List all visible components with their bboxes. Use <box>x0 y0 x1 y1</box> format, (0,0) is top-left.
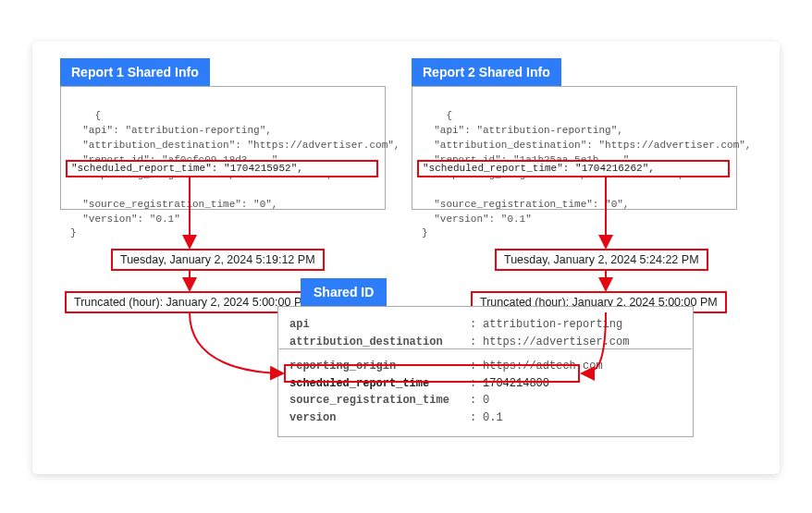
shared-val: attribution-reporting <box>483 316 682 334</box>
report1-json-post: "source_registration_time": "0", "versio… <box>70 199 277 239</box>
report1-scheduled-time-highlight: "scheduled_report_time": "1704215952", <box>66 160 378 177</box>
shared-key: api <box>289 316 470 334</box>
shared-id-header: Shared ID <box>301 278 387 306</box>
shared-scheduled-time-highlight <box>284 364 580 383</box>
shared-val: 0 <box>483 392 682 409</box>
shared-key: version <box>289 409 470 427</box>
report2-json-box: { "api": "attribution-reporting", "attri… <box>412 86 737 210</box>
report2-scheduled-time-highlight: "scheduled_report_time": "1704216262", <box>417 160 730 177</box>
colon: : <box>470 392 483 409</box>
shared-val: 0.1 <box>483 409 682 427</box>
colon: : <box>470 409 483 427</box>
report2-json-post: "source_registration_time": "0", "versio… <box>422 199 629 239</box>
shared-row-version: version:0.1 <box>289 409 682 427</box>
report1-datetime: Tuesday, January 2, 2024 5:19:12 PM <box>111 249 325 271</box>
shared-key: source_registration_time <box>289 392 470 409</box>
shared-divider <box>279 348 692 349</box>
report1-header: Report 1 Shared Info <box>60 58 210 86</box>
report1-json-box: { "api": "attribution-reporting", "attri… <box>60 86 386 210</box>
diagram-canvas: Report 1 Shared Info { "api": "attributi… <box>32 42 780 474</box>
shared-row-source_registration_time: source_registration_time:0 <box>289 392 682 409</box>
report2-datetime: Tuesday, January 2, 2024 5:24:22 PM <box>495 249 708 271</box>
colon: : <box>470 316 483 334</box>
report2-header: Report 2 Shared Info <box>412 58 561 86</box>
shared-row-api: api:attribution-reporting <box>289 316 682 334</box>
